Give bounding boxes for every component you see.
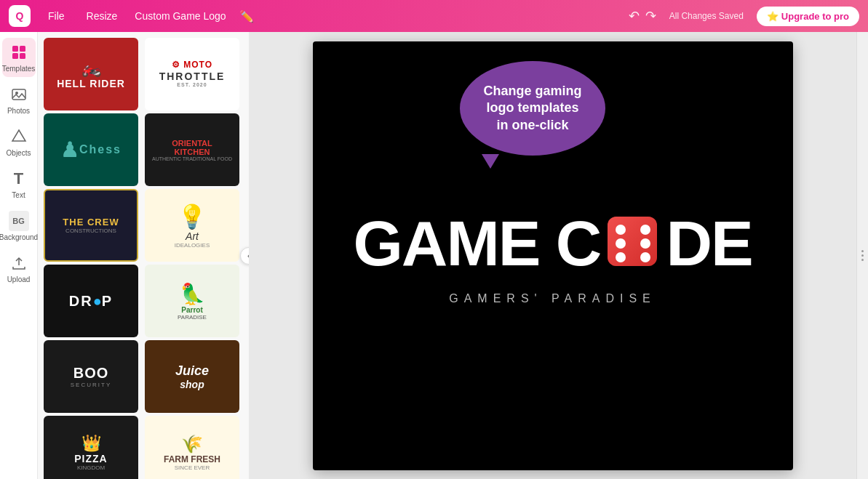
svg-point-10	[640, 225, 650, 235]
pizza-icon: 👑	[81, 434, 101, 453]
boo-text: BOO	[73, 365, 109, 382]
sidebar-item-photos[interactable]: Photos	[2, 80, 36, 119]
juice-text: Juice	[175, 363, 209, 379]
upgrade-button[interactable]: ⭐ Upgrade to pro	[757, 7, 859, 26]
art-text: Art	[186, 230, 199, 242]
background-icon: BG	[9, 211, 29, 231]
chess-icon: ♟	[60, 138, 79, 162]
templates-label: Templates	[2, 65, 36, 73]
text-label: Text	[12, 191, 25, 199]
sidebar-item-templates[interactable]: Templates	[2, 38, 36, 77]
art-sub: IDEALOGIES	[175, 242, 210, 249]
hell-rider-text: HELL RIDER	[57, 78, 125, 89]
boo-sub: SECURITY	[71, 382, 111, 388]
subtitle-text: GAMERS' PARADISE	[449, 292, 656, 305]
template-the-crew[interactable]: THE CREW CONSTRUCTIONS	[44, 189, 138, 262]
template-drop[interactable]: DR ● P	[44, 265, 138, 337]
juice-shop-text: shop	[180, 379, 204, 390]
history-nav: ↶ ↷	[629, 8, 656, 24]
redo-button[interactable]: ↷	[645, 8, 656, 24]
game-text: GAME C	[353, 206, 600, 281]
svg-point-11	[616, 238, 626, 249]
upload-icon	[9, 253, 29, 273]
objects-icon	[9, 126, 29, 147]
parrot-text: Parrot	[181, 306, 202, 314]
project-title: Custom Game Logo	[135, 10, 226, 22]
template-grid: 🏍️ HELL RIDER ⚙ MOTO THROTTLE EST. 2020 …	[38, 32, 249, 479]
art-icon: 💡	[178, 203, 207, 230]
photos-label: Photos	[7, 107, 30, 115]
farm-sub: SINCE EVER	[175, 464, 210, 471]
svg-marker-6	[12, 130, 25, 141]
template-moto-throttle[interactable]: ⚙ MOTO THROTTLE EST. 2020	[145, 38, 239, 110]
file-menu[interactable]: File	[44, 7, 69, 25]
sidebar-item-objects[interactable]: Objects	[2, 122, 36, 161]
text-icon: T	[9, 169, 29, 189]
de-text: DE	[666, 206, 752, 281]
oriental-text: ORIENTALKITCHEN	[172, 139, 212, 156]
parrot-sub: PARADISE	[178, 314, 207, 321]
dot-3	[861, 259, 864, 261]
photos-icon	[9, 84, 29, 105]
sidebar-item-text[interactable]: T Text	[2, 164, 36, 204]
header: Q File Resize Custom Game Logo ✏️ ↶ ↷ Al…	[0, 0, 868, 32]
background-label: Background	[0, 233, 38, 241]
template-hell-rider[interactable]: 🏍️ HELL RIDER	[44, 38, 138, 110]
svg-rect-3	[20, 53, 25, 59]
sidebar: Templates Photos Objects T Text	[0, 32, 38, 479]
right-panel-handle[interactable]	[856, 32, 868, 479]
templates-icon	[9, 42, 29, 63]
farm-text: FARM FRESH	[164, 454, 220, 464]
undo-button[interactable]: ↶	[629, 8, 640, 24]
drop-dot: ●	[93, 293, 102, 310]
hell-rider-icon: 🏍️	[81, 59, 101, 78]
svg-point-14	[640, 252, 650, 262]
chess-text: Chess	[79, 143, 122, 156]
dice-icon	[600, 211, 666, 276]
template-pizza-kingdom[interactable]: 👑 PIZZA KINGDOM	[44, 416, 138, 479]
svg-point-9	[616, 225, 626, 235]
drop-text2: P	[102, 293, 113, 310]
upload-label: Upload	[7, 275, 31, 283]
drop-text: DR	[69, 293, 93, 310]
template-oriental-kitchen[interactable]: ORIENTALKITCHEN AUTHENTIC TRADITIONAL FO…	[145, 113, 239, 186]
crew-text: THE CREW	[63, 217, 119, 228]
svg-rect-0	[12, 46, 18, 52]
handle-dots	[861, 250, 864, 261]
template-farm-fresh[interactable]: 🌾 FARM FRESH SINCE EVER	[145, 416, 239, 479]
sidebar-item-upload[interactable]: Upload	[2, 249, 36, 288]
template-boo-security[interactable]: BOO SECURITY	[44, 340, 138, 413]
sidebar-item-background[interactable]: BG Background	[2, 206, 36, 246]
svg-rect-1	[20, 46, 25, 52]
pizza-sub: KINGDOM	[77, 464, 105, 471]
template-parrot[interactable]: 🦜 Parrot PARADISE	[145, 265, 239, 337]
main-logo-text: GAME C	[353, 206, 752, 281]
crew-sub: CONSTRUCTIONS	[65, 228, 116, 234]
resize-menu[interactable]: Resize	[82, 7, 122, 25]
oriental-sub: AUTHENTIC TRADITIONAL FOOD	[152, 156, 232, 161]
dot-1	[861, 250, 864, 252]
star-icon: ⭐	[767, 11, 779, 22]
tooltip-text: Change gaming logo templates in one-clic…	[482, 83, 584, 134]
template-chess[interactable]: ♟ Chess	[44, 113, 138, 186]
pizza-text: PIZZA	[74, 453, 107, 464]
drop-logo: DR ● P	[69, 293, 113, 310]
templates-panel: 🏍️ HELL RIDER ⚙ MOTO THROTTLE EST. 2020 …	[38, 32, 249, 479]
svg-rect-2	[12, 53, 18, 59]
template-juice-shop[interactable]: Juice shop	[145, 340, 239, 413]
svg-point-12	[640, 238, 650, 249]
svg-point-13	[616, 252, 626, 262]
moto-throttle-text: ⚙ MOTO THROTTLE EST. 2020	[159, 60, 226, 89]
tooltip-bubble: Change gaming logo templates in one-clic…	[460, 61, 605, 156]
canvas-area: Change gaming logo templates in one-clic…	[249, 32, 856, 479]
parrot-icon: 🦜	[180, 282, 205, 306]
template-art[interactable]: 💡 Art IDEALOGIES	[145, 189, 239, 262]
dot-2	[861, 254, 864, 257]
app-logo[interactable]: Q	[9, 5, 31, 27]
save-status: All Changes Saved	[669, 11, 744, 21]
objects-label: Objects	[7, 149, 31, 157]
farm-icon: 🌾	[181, 434, 203, 454]
main-layout: Templates Photos Objects T Text	[0, 32, 868, 479]
edit-title-icon[interactable]: ✏️	[239, 9, 254, 23]
